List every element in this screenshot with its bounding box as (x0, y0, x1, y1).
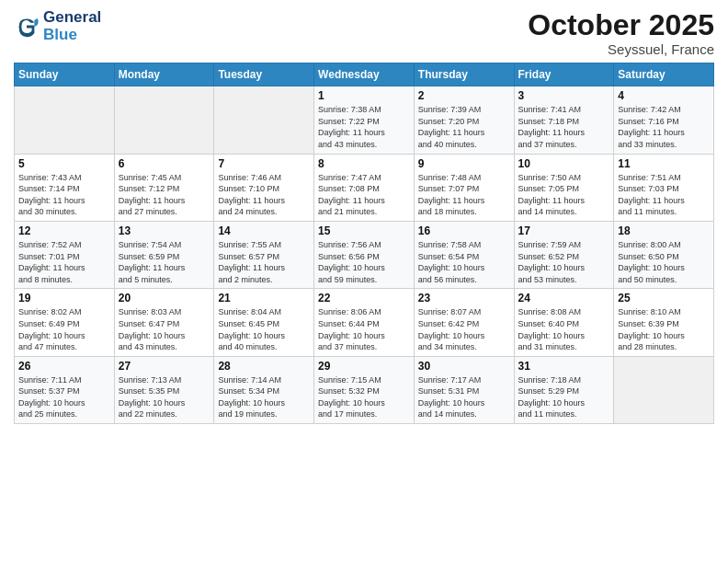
month-title: October 2025 (528, 9, 714, 41)
calendar-week-row: 12Sunrise: 7:52 AM Sunset: 7:01 PM Dayli… (15, 221, 714, 288)
calendar-day-cell: 19Sunrise: 8:02 AM Sunset: 6:49 PM Dayli… (15, 289, 115, 356)
day-info: Sunrise: 7:41 AM Sunset: 7:18 PM Dayligh… (518, 104, 610, 150)
calendar-day-cell: 14Sunrise: 7:55 AM Sunset: 6:57 PM Dayli… (214, 221, 314, 288)
calendar-day-cell: 18Sunrise: 8:00 AM Sunset: 6:50 PM Dayli… (614, 221, 714, 288)
day-number: 8 (318, 157, 410, 170)
day-info: Sunrise: 7:46 AM Sunset: 7:10 PM Dayligh… (218, 172, 310, 218)
day-number: 4 (618, 89, 710, 102)
day-info: Sunrise: 8:08 AM Sunset: 6:40 PM Dayligh… (518, 306, 610, 352)
calendar-table: Sunday Monday Tuesday Wednesday Thursday… (14, 63, 714, 424)
day-info: Sunrise: 7:48 AM Sunset: 7:07 PM Dayligh… (418, 172, 510, 218)
day-number: 18 (618, 224, 710, 237)
calendar-day-cell: 29Sunrise: 7:15 AM Sunset: 5:32 PM Dayli… (314, 356, 415, 423)
day-number: 15 (318, 224, 410, 237)
day-info: Sunrise: 7:58 AM Sunset: 6:54 PM Dayligh… (418, 239, 510, 285)
logo-text-block: General Blue (43, 9, 101, 43)
calendar-day-cell (15, 86, 115, 154)
calendar-day-cell: 30Sunrise: 7:17 AM Sunset: 5:31 PM Dayli… (414, 356, 514, 423)
col-friday: Friday (514, 63, 614, 86)
calendar-day-cell (214, 86, 314, 154)
day-number: 12 (18, 224, 110, 237)
day-info: Sunrise: 8:06 AM Sunset: 6:44 PM Dayligh… (318, 306, 410, 352)
day-number: 21 (218, 292, 310, 304)
calendar-day-cell: 8Sunrise: 7:47 AM Sunset: 7:08 PM Daylig… (314, 154, 415, 221)
calendar-day-cell: 15Sunrise: 7:56 AM Sunset: 6:56 PM Dayli… (314, 221, 415, 288)
day-info: Sunrise: 7:56 AM Sunset: 6:56 PM Dayligh… (318, 239, 410, 285)
calendar-header-row: Sunday Monday Tuesday Wednesday Thursday… (15, 63, 714, 86)
calendar-day-cell: 4Sunrise: 7:42 AM Sunset: 7:16 PM Daylig… (614, 86, 714, 154)
calendar-day-cell: 10Sunrise: 7:50 AM Sunset: 7:05 PM Dayli… (514, 154, 614, 221)
day-info: Sunrise: 7:43 AM Sunset: 7:14 PM Dayligh… (18, 172, 110, 218)
calendar-day-cell: 3Sunrise: 7:41 AM Sunset: 7:18 PM Daylig… (514, 86, 614, 154)
logo: General Blue (14, 9, 101, 43)
calendar-day-cell: 6Sunrise: 7:45 AM Sunset: 7:12 PM Daylig… (114, 154, 214, 221)
calendar-day-cell: 27Sunrise: 7:13 AM Sunset: 5:35 PM Dayli… (114, 356, 214, 423)
calendar-day-cell: 28Sunrise: 7:14 AM Sunset: 5:34 PM Dayli… (214, 356, 314, 423)
location-subtitle: Seyssuel, France (528, 41, 714, 57)
calendar-day-cell: 26Sunrise: 7:11 AM Sunset: 5:37 PM Dayli… (15, 356, 115, 423)
logo-line1: General (43, 9, 101, 27)
day-number: 26 (18, 360, 110, 373)
calendar-day-cell: 5Sunrise: 7:43 AM Sunset: 7:14 PM Daylig… (15, 154, 115, 221)
day-number: 31 (518, 360, 610, 373)
day-number: 20 (119, 292, 210, 304)
day-number: 25 (618, 292, 710, 304)
logo-line2: Blue (43, 27, 101, 44)
day-info: Sunrise: 7:59 AM Sunset: 6:52 PM Dayligh… (518, 239, 610, 285)
day-info: Sunrise: 7:11 AM Sunset: 5:37 PM Dayligh… (18, 374, 110, 420)
day-info: Sunrise: 7:38 AM Sunset: 7:22 PM Dayligh… (318, 104, 410, 150)
day-number: 19 (18, 292, 110, 304)
calendar-day-cell: 20Sunrise: 8:03 AM Sunset: 6:47 PM Dayli… (114, 289, 214, 356)
calendar-day-cell: 9Sunrise: 7:48 AM Sunset: 7:07 PM Daylig… (414, 154, 514, 221)
col-thursday: Thursday (414, 63, 514, 86)
day-info: Sunrise: 8:04 AM Sunset: 6:45 PM Dayligh… (218, 306, 310, 352)
day-number: 29 (318, 360, 410, 373)
calendar-day-cell: 1Sunrise: 7:38 AM Sunset: 7:22 PM Daylig… (314, 86, 415, 154)
calendar-day-cell: 7Sunrise: 7:46 AM Sunset: 7:10 PM Daylig… (214, 154, 314, 221)
calendar-day-cell: 17Sunrise: 7:59 AM Sunset: 6:52 PM Dayli… (514, 221, 614, 288)
day-info: Sunrise: 7:13 AM Sunset: 5:35 PM Dayligh… (119, 374, 210, 420)
day-number: 1 (318, 89, 410, 102)
day-info: Sunrise: 7:15 AM Sunset: 5:32 PM Dayligh… (318, 374, 410, 420)
header: General Blue October 2025 Seyssuel, Fran… (14, 9, 714, 57)
day-info: Sunrise: 7:45 AM Sunset: 7:12 PM Dayligh… (119, 172, 210, 218)
day-info: Sunrise: 7:50 AM Sunset: 7:05 PM Dayligh… (518, 172, 610, 218)
day-number: 22 (318, 292, 410, 304)
day-info: Sunrise: 7:39 AM Sunset: 7:20 PM Dayligh… (418, 104, 510, 150)
day-info: Sunrise: 7:42 AM Sunset: 7:16 PM Dayligh… (618, 104, 710, 150)
col-wednesday: Wednesday (314, 63, 415, 86)
day-info: Sunrise: 8:02 AM Sunset: 6:49 PM Dayligh… (18, 306, 110, 352)
day-info: Sunrise: 8:07 AM Sunset: 6:42 PM Dayligh… (418, 306, 510, 352)
day-number: 13 (119, 224, 210, 237)
calendar-day-cell (114, 86, 214, 154)
day-info: Sunrise: 7:17 AM Sunset: 5:31 PM Dayligh… (418, 374, 510, 420)
calendar-day-cell: 23Sunrise: 8:07 AM Sunset: 6:42 PM Dayli… (414, 289, 514, 356)
calendar-day-cell: 13Sunrise: 7:54 AM Sunset: 6:59 PM Dayli… (114, 221, 214, 288)
day-number: 30 (418, 360, 510, 373)
day-info: Sunrise: 8:00 AM Sunset: 6:50 PM Dayligh… (618, 239, 710, 285)
day-number: 17 (518, 224, 610, 237)
day-number: 11 (618, 157, 710, 170)
day-number: 2 (418, 89, 510, 102)
calendar-day-cell: 2Sunrise: 7:39 AM Sunset: 7:20 PM Daylig… (414, 86, 514, 154)
calendar-week-row: 26Sunrise: 7:11 AM Sunset: 5:37 PM Dayli… (15, 356, 714, 423)
day-number: 7 (218, 157, 310, 170)
calendar-day-cell: 16Sunrise: 7:58 AM Sunset: 6:54 PM Dayli… (414, 221, 514, 288)
col-monday: Monday (114, 63, 214, 86)
calendar-week-row: 5Sunrise: 7:43 AM Sunset: 7:14 PM Daylig… (15, 154, 714, 221)
calendar-day-cell: 22Sunrise: 8:06 AM Sunset: 6:44 PM Dayli… (314, 289, 415, 356)
day-info: Sunrise: 7:54 AM Sunset: 6:59 PM Dayligh… (119, 239, 210, 285)
calendar-day-cell: 24Sunrise: 8:08 AM Sunset: 6:40 PM Dayli… (514, 289, 614, 356)
day-number: 24 (518, 292, 610, 304)
day-number: 5 (18, 157, 110, 170)
calendar-week-row: 19Sunrise: 8:02 AM Sunset: 6:49 PM Dayli… (15, 289, 714, 356)
day-number: 10 (518, 157, 610, 170)
col-saturday: Saturday (614, 63, 714, 86)
col-tuesday: Tuesday (214, 63, 314, 86)
calendar-day-cell (614, 356, 714, 423)
calendar-day-cell: 21Sunrise: 8:04 AM Sunset: 6:45 PM Dayli… (214, 289, 314, 356)
day-info: Sunrise: 7:14 AM Sunset: 5:34 PM Dayligh… (218, 374, 310, 420)
day-info: Sunrise: 8:03 AM Sunset: 6:47 PM Dayligh… (119, 306, 210, 352)
day-number: 14 (218, 224, 310, 237)
day-info: Sunrise: 7:55 AM Sunset: 6:57 PM Dayligh… (218, 239, 310, 285)
